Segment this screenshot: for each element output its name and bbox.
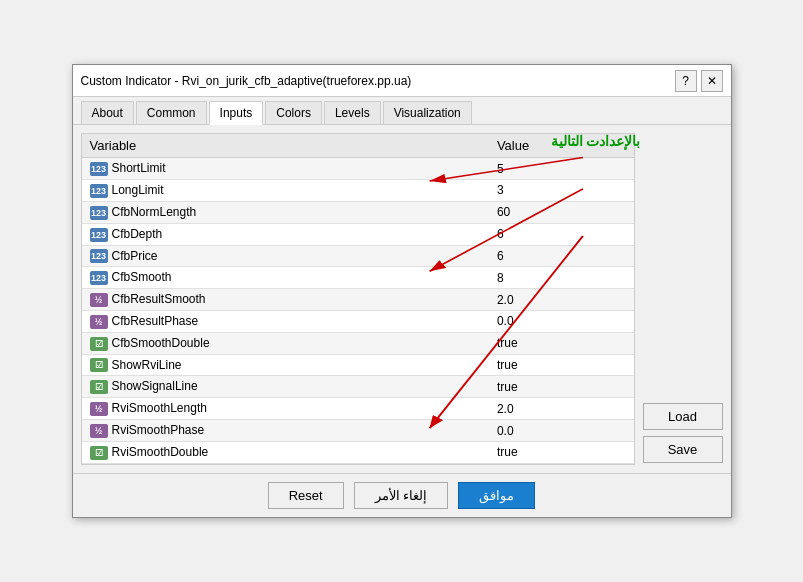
variable-cell: ½CfbResultPhase — [82, 311, 489, 333]
variables-table-container: Variable Value 123ShortLimit5123LongLimi… — [81, 133, 635, 465]
type-icon: ☑ — [90, 446, 108, 460]
tab-inputs[interactable]: Inputs — [209, 101, 264, 125]
variable-name: ShowSignalLine — [112, 379, 198, 393]
reset-button[interactable]: Reset — [268, 482, 344, 509]
type-icon: 123 — [90, 228, 108, 242]
variable-name: CfbSmooth — [112, 270, 172, 284]
value-cell: 2.0 — [489, 289, 634, 311]
type-icon: ☑ — [90, 380, 108, 394]
variable-cell: ☑RviSmoothDouble — [82, 441, 489, 463]
tab-levels[interactable]: Levels — [324, 101, 381, 124]
table-row[interactable]: 123CfbPrice6 — [82, 245, 634, 267]
value-cell: 0.0 — [489, 311, 634, 333]
variable-cell: ☑ShowRviLine — [82, 354, 489, 376]
type-icon: ☑ — [90, 358, 108, 372]
type-icon: ½ — [90, 424, 108, 438]
col-value-header: Value — [489, 134, 634, 158]
variable-cell: ☑ShowSignalLine — [82, 376, 489, 398]
table-row[interactable]: ☑RviSmoothDoubletrue — [82, 441, 634, 463]
table-row[interactable]: ☑CfbSmoothDoubletrue — [82, 332, 634, 354]
value-cell: 60 — [489, 201, 634, 223]
variable-cell: 123CfbDepth — [82, 223, 489, 245]
type-icon: ½ — [90, 402, 108, 416]
variable-name: ShowRviLine — [112, 358, 182, 372]
content-area: بالإعدادت التالية Variable Value 123Shor… — [73, 125, 731, 473]
variable-name: RviSmoothPhase — [112, 423, 205, 437]
tabs-bar: About Common Inputs Colors Levels Visual… — [73, 97, 731, 125]
table-row[interactable]: 123CfbSmooth8 — [82, 267, 634, 289]
variable-cell: ☑CfbSmoothDouble — [82, 332, 489, 354]
variable-name: RviSmoothDouble — [112, 445, 209, 459]
variable-name: CfbPrice — [112, 249, 158, 263]
type-icon: 123 — [90, 162, 108, 176]
variable-cell: 123ShortLimit — [82, 158, 489, 180]
table-row[interactable]: 123LongLimit3 — [82, 180, 634, 202]
variable-name: LongLimit — [112, 183, 164, 197]
close-button[interactable]: ✕ — [701, 70, 723, 92]
table-row[interactable]: ☑ShowSignalLinetrue — [82, 376, 634, 398]
variable-name: RviSmoothLength — [112, 401, 207, 415]
type-icon: 123 — [90, 206, 108, 220]
title-bar: Custom Indicator - Rvi_on_jurik_cfb_adap… — [73, 65, 731, 97]
variable-cell: 123CfbPrice — [82, 245, 489, 267]
table-row[interactable]: ½CfbResultPhase0.0 — [82, 311, 634, 333]
variable-name: CfbNormLength — [112, 205, 197, 219]
table-row[interactable]: ½RviSmoothPhase0.0 — [82, 420, 634, 442]
cancel-button[interactable]: إلغاء الأمر — [354, 482, 449, 509]
table-row[interactable]: ½RviSmoothLength2.0 — [82, 398, 634, 420]
value-cell: true — [489, 376, 634, 398]
variable-name: CfbResultSmooth — [112, 292, 206, 306]
window-title: Custom Indicator - Rvi_on_jurik_cfb_adap… — [81, 74, 412, 88]
variable-cell: ½RviSmoothLength — [82, 398, 489, 420]
variable-name: ShortLimit — [112, 161, 166, 175]
variable-cell: ½CfbResultSmooth — [82, 289, 489, 311]
table-row[interactable]: ½CfbResultSmooth2.0 — [82, 289, 634, 311]
table-row[interactable]: ☑ShowRviLinetrue — [82, 354, 634, 376]
main-window: Custom Indicator - Rvi_on_jurik_cfb_adap… — [72, 64, 732, 518]
col-variable-header: Variable — [82, 134, 489, 158]
value-cell: true — [489, 441, 634, 463]
type-icon: ½ — [90, 315, 108, 329]
tab-colors[interactable]: Colors — [265, 101, 322, 124]
value-cell: 3 — [489, 180, 634, 202]
save-button[interactable]: Save — [643, 436, 723, 463]
table-row[interactable]: 123ShortLimit5 — [82, 158, 634, 180]
type-icon: ☑ — [90, 337, 108, 351]
footer-bar: Reset إلغاء الأمر موافق — [73, 473, 731, 517]
variable-cell: 123CfbNormLength — [82, 201, 489, 223]
variable-name: CfbDepth — [112, 227, 163, 241]
value-cell: 8 — [489, 267, 634, 289]
help-button[interactable]: ? — [675, 70, 697, 92]
tab-about[interactable]: About — [81, 101, 134, 124]
value-cell: true — [489, 332, 634, 354]
value-cell: 5 — [489, 158, 634, 180]
value-cell: 2.0 — [489, 398, 634, 420]
value-cell: 6 — [489, 245, 634, 267]
type-icon: 123 — [90, 184, 108, 198]
tab-common[interactable]: Common — [136, 101, 207, 124]
type-icon: 123 — [90, 249, 108, 263]
type-icon: ½ — [90, 293, 108, 307]
table-row[interactable]: 123CfbDepth6 — [82, 223, 634, 245]
value-cell: true — [489, 354, 634, 376]
value-cell: 6 — [489, 223, 634, 245]
variable-name: CfbSmoothDouble — [112, 336, 210, 350]
variable-cell: 123CfbSmooth — [82, 267, 489, 289]
variable-name: CfbResultPhase — [112, 314, 199, 328]
variable-cell: 123LongLimit — [82, 180, 489, 202]
title-bar-controls: ? ✕ — [675, 70, 723, 92]
tab-visualization[interactable]: Visualization — [383, 101, 472, 124]
ok-button[interactable]: موافق — [458, 482, 535, 509]
load-button[interactable]: Load — [643, 403, 723, 430]
side-buttons: Load Save — [643, 133, 723, 465]
variable-cell: ½RviSmoothPhase — [82, 420, 489, 442]
table-row[interactable]: 123CfbNormLength60 — [82, 201, 634, 223]
value-cell: 0.0 — [489, 420, 634, 442]
type-icon: 123 — [90, 271, 108, 285]
variables-table: Variable Value 123ShortLimit5123LongLimi… — [82, 134, 634, 464]
